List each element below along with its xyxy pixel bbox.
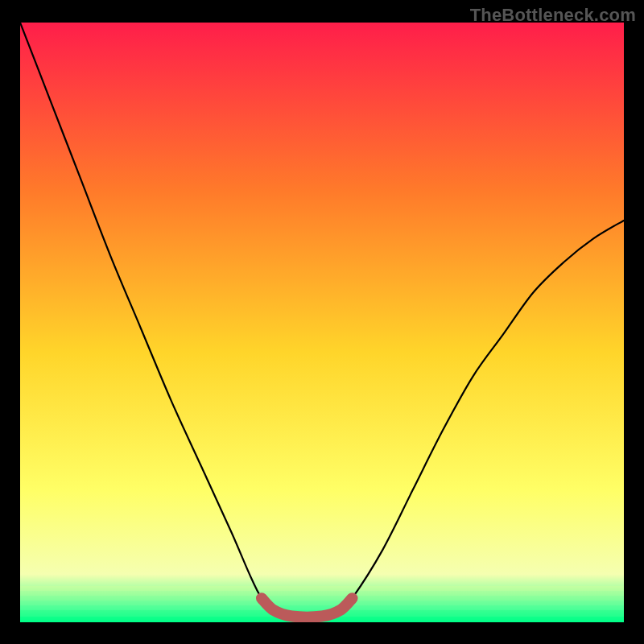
svg-rect-0 bbox=[20, 586, 624, 591]
svg-rect-2 bbox=[20, 596, 624, 601]
svg-rect-4 bbox=[20, 605, 624, 610]
bottleneck-chart bbox=[20, 23, 624, 622]
chart-frame: TheBottleneck.com bbox=[0, 0, 644, 644]
watermark-text: TheBottleneck.com bbox=[470, 5, 636, 26]
svg-rect-1 bbox=[20, 591, 624, 596]
plot-area bbox=[20, 23, 624, 622]
gradient-background bbox=[20, 23, 624, 622]
svg-rect-3 bbox=[20, 601, 624, 605]
